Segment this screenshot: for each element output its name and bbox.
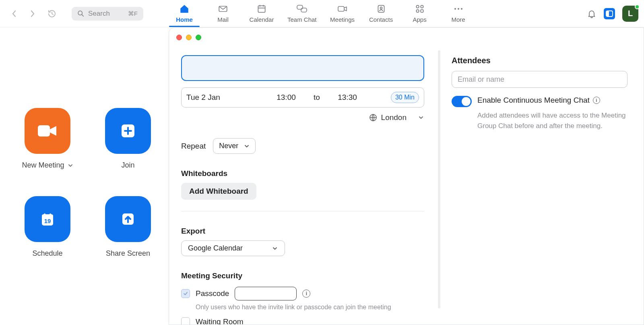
upload-icon (118, 209, 138, 229)
new-meeting-button[interactable]: New Meeting (7, 108, 88, 170)
waiting-room-checkbox[interactable] (181, 317, 190, 325)
waiting-room-label: Waiting Room (196, 317, 244, 325)
tab-contacts[interactable]: Contacts (362, 0, 400, 27)
passcode-input[interactable] (235, 287, 297, 300)
attendees-input[interactable]: Email or name (452, 71, 627, 88)
repeat-select[interactable]: Never (213, 138, 256, 154)
add-whiteboard-button[interactable]: Add Whiteboard (181, 183, 256, 200)
camera-icon (36, 123, 59, 139)
svg-point-13 (458, 8, 459, 10)
svg-rect-2 (258, 6, 265, 12)
more-icon (453, 3, 464, 14)
svg-point-14 (461, 8, 462, 10)
schedule-meeting-dialog: Tue 2 Jan 13:00 to 13:30 30 Min London R… (169, 27, 644, 325)
datetime-row[interactable]: Tue 2 Jan 13:00 to 13:30 30 Min (181, 87, 424, 108)
side-panel-button[interactable] (604, 8, 615, 19)
security-title: Meeting Security (181, 271, 438, 280)
svg-rect-23 (44, 213, 45, 216)
passcode-checkbox[interactable] (181, 289, 190, 298)
repeat-label: Repeat (181, 142, 206, 151)
to-label: to (305, 93, 328, 102)
tab-label: Apps (413, 16, 426, 23)
chevron-left-icon (12, 10, 17, 17)
chat-icon (296, 3, 308, 14)
globe-icon (369, 114, 377, 122)
nav-back-button[interactable] (10, 10, 18, 17)
window-minimize-button[interactable] (186, 35, 192, 40)
end-time[interactable]: 13:30 (328, 93, 367, 102)
action-label: Join (121, 161, 134, 170)
panel-icon (606, 10, 613, 17)
continuous-chat-desc: Added attendees will have access to the … (477, 110, 627, 131)
share-screen-button[interactable]: Share Screen (88, 196, 168, 258)
tab-mail[interactable]: Mail (204, 0, 242, 27)
attendees-placeholder: Email or name (458, 75, 504, 84)
dialog-side-panel: Attendees Email or name Enable Continuou… (440, 47, 644, 325)
start-time[interactable]: 13:00 (267, 93, 305, 102)
tab-label: Calendar (250, 16, 274, 23)
profile-avatar[interactable]: L (622, 6, 638, 22)
tab-label: Team Chat (287, 16, 317, 23)
mail-icon (217, 3, 229, 14)
presence-dot (635, 4, 640, 9)
history-icon (47, 9, 57, 19)
home-icon (179, 3, 190, 14)
tab-calendar[interactable]: Calendar (242, 0, 281, 27)
bell-icon (587, 9, 597, 19)
svg-rect-4 (301, 8, 307, 12)
svg-point-0 (78, 11, 82, 15)
search-shortcut: ⌘F (128, 10, 138, 17)
timezone-value: London (381, 113, 407, 122)
svg-point-12 (454, 8, 456, 10)
tab-meetings[interactable]: Meetings (323, 0, 362, 27)
tab-team-chat[interactable]: Team Chat (281, 0, 323, 27)
chevron-right-icon (30, 10, 35, 17)
apps-icon (414, 3, 425, 14)
main-tabs: Home Mail Calendar Team Chat Meetings Co… (165, 0, 478, 27)
tab-label: Meetings (330, 16, 355, 23)
tab-label: Home (176, 16, 193, 23)
chevron-down-icon (68, 163, 73, 168)
svg-text:19: 19 (44, 217, 51, 224)
join-button[interactable]: Join (88, 108, 168, 170)
whiteboards-title: Whiteboards (181, 169, 438, 178)
nav-forward-button[interactable] (29, 10, 36, 17)
chevron-down-icon (272, 245, 278, 252)
home-quick-actions: New Meeting Join 19 Schedule Share Scree… (7, 108, 168, 258)
export-select[interactable]: Google Calendar (181, 240, 285, 256)
svg-point-9 (421, 5, 423, 8)
tab-home[interactable]: Home (165, 0, 204, 27)
action-label: Schedule (32, 249, 62, 258)
window-zoom-button[interactable] (196, 35, 201, 40)
schedule-button[interactable]: 19 Schedule (7, 196, 88, 258)
divider (181, 211, 424, 211)
meeting-title-input[interactable] (181, 55, 424, 81)
passcode-label: Passcode (196, 289, 229, 298)
svg-rect-11 (421, 10, 423, 12)
notifications-button[interactable] (587, 9, 597, 19)
tab-more[interactable]: More (439, 0, 478, 27)
passcode-info-icon[interactable]: i (302, 290, 310, 298)
continuous-chat-label: Enable Continuous Meeting Chat (477, 96, 590, 105)
search-input[interactable]: Search ⌘F (72, 7, 143, 21)
window-close-button[interactable] (176, 35, 182, 40)
duration-badge: 30 Min (391, 92, 419, 103)
tab-label: Mail (217, 16, 229, 23)
passcode-hint: Only users who have the invite link or p… (196, 304, 438, 311)
tab-label: More (451, 16, 465, 23)
tab-apps[interactable]: Apps (400, 0, 439, 27)
continuous-chat-toggle[interactable] (452, 96, 472, 107)
action-label: New Meeting (22, 161, 64, 170)
timezone-selector[interactable]: London (181, 113, 424, 122)
video-icon (337, 3, 348, 14)
history-button[interactable] (47, 8, 57, 19)
svg-rect-17 (38, 125, 50, 137)
search-placeholder: Search (88, 10, 110, 18)
date-value[interactable]: Tue 2 Jan (186, 93, 267, 102)
export-title: Export (181, 227, 438, 236)
export-value: Google Calendar (188, 244, 243, 253)
svg-rect-20 (42, 214, 53, 217)
dialog-titlebar (169, 28, 644, 47)
chat-info-icon[interactable]: i (593, 97, 600, 104)
svg-rect-24 (50, 213, 51, 216)
